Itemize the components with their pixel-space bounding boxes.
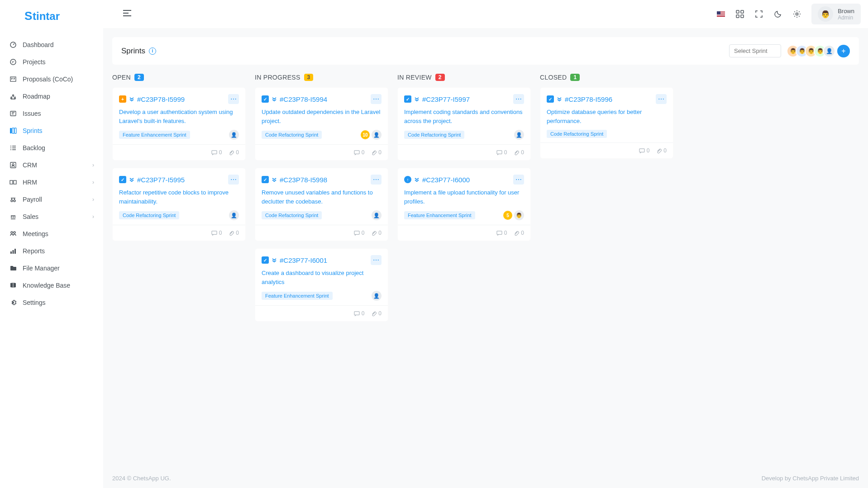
- avatar-empty[interactable]: 👤: [823, 45, 835, 57]
- sidebar-item-label: File Manager: [23, 265, 60, 272]
- issue-card[interactable]: ✓#C23P77-I6001⋯Create a dashboard to vis…: [255, 248, 388, 322]
- attachments-count[interactable]: 0: [513, 149, 524, 156]
- add-member-button[interactable]: +: [837, 45, 850, 57]
- attachments-count[interactable]: 0: [513, 230, 524, 236]
- comments-count[interactable]: 0: [354, 149, 365, 156]
- issue-card[interactable]: ✓#C23P77-I5995⋯Refactor repetitive code …: [112, 168, 246, 241]
- sidebar-item-payroll[interactable]: Payroll›: [0, 191, 103, 208]
- comments-count[interactable]: 0: [354, 230, 365, 236]
- sales-icon: [9, 213, 17, 221]
- assignee-avatar[interactable]: 👨: [514, 210, 524, 220]
- attachments-count[interactable]: 0: [656, 147, 667, 154]
- attachments-count[interactable]: 0: [371, 149, 382, 156]
- sidebar-item-label: Settings: [23, 299, 46, 306]
- sidebar-item-crm[interactable]: CRM›: [0, 156, 103, 174]
- sidebar-item-filemanager[interactable]: File Manager: [0, 260, 103, 277]
- comments-count[interactable]: 0: [354, 310, 365, 317]
- assignee-avatar[interactable]: 👤: [372, 291, 382, 301]
- sidebar-item-roadmap[interactable]: Roadmap: [0, 88, 103, 105]
- avatar: 👨: [818, 6, 833, 22]
- sidebar-item-sales[interactable]: Sales›: [0, 208, 103, 225]
- comments-count[interactable]: 0: [639, 147, 650, 154]
- footer-left: 2024 © ChetsApp UG.: [112, 475, 171, 482]
- issue-card[interactable]: ✓#C23P78-I5994⋯Update outdated dependenc…: [255, 87, 388, 161]
- svg-rect-24: [736, 10, 739, 13]
- sidebar-item-label: Payroll: [23, 196, 42, 203]
- issue-card[interactable]: +#C23P78-I5999⋯Develop a user authentica…: [112, 87, 246, 161]
- theme-toggle-icon[interactable]: [773, 9, 782, 19]
- card-more-button[interactable]: ⋯: [371, 255, 382, 265]
- issue-card[interactable]: ✓#C23P77-I5997⋯Implement coding standard…: [397, 87, 531, 161]
- fullscreen-icon[interactable]: [754, 9, 763, 19]
- assignee-avatar[interactable]: 👤: [372, 210, 382, 220]
- column-in-progress: IN PROGRESS3✓#C23P78-I5994⋯Update outdat…: [255, 74, 388, 460]
- comments-count[interactable]: 0: [496, 230, 507, 236]
- sidebar-item-settings[interactable]: Settings: [0, 294, 103, 311]
- sidebar-item-knowledgebase[interactable]: Knowledge Base: [0, 277, 103, 294]
- sidebar-item-proposalscoco[interactable]: Proposals (CoCo): [0, 71, 103, 88]
- attachments-count[interactable]: 0: [228, 149, 239, 156]
- sprint-tag[interactable]: Feature Enhancement Sprint: [262, 292, 333, 300]
- comments-count[interactable]: 0: [211, 149, 222, 156]
- column-header: CLOSED1: [540, 74, 673, 81]
- menu-toggle-icon[interactable]: [123, 10, 134, 18]
- attachments-count[interactable]: 0: [371, 310, 382, 317]
- sidebar-item-label: Dashboard: [23, 41, 54, 48]
- type-task-icon: ✓: [404, 95, 411, 103]
- card-more-button[interactable]: ⋯: [656, 94, 667, 104]
- sprint-tag[interactable]: Code Refactoring Sprint: [119, 211, 179, 219]
- reports-icon: [9, 247, 17, 255]
- sidebar-item-reports[interactable]: Reports: [0, 242, 103, 260]
- assignee-avatar[interactable]: 👤: [372, 130, 382, 140]
- settings-icon: [9, 298, 17, 307]
- footer-right: Develop by ChetsApp Private Limited: [762, 475, 859, 482]
- priority-icon: [557, 96, 562, 102]
- sprint-tag[interactable]: Code Refactoring Sprint: [262, 131, 322, 139]
- card-more-button[interactable]: ⋯: [371, 175, 382, 185]
- settings-icon[interactable]: [792, 9, 801, 19]
- sidebar-item-projects[interactable]: PProjects: [0, 53, 103, 71]
- attachments-count[interactable]: 0: [228, 230, 239, 236]
- logo[interactable]: Stintar: [0, 5, 103, 33]
- svg-text:P: P: [12, 60, 14, 64]
- sidebar-item-dashboard[interactable]: Dashboard: [0, 36, 103, 53]
- card-more-button[interactable]: ⋯: [228, 175, 239, 185]
- issue-card[interactable]: ✓#C23P78-I5996⋯Optimize database queries…: [540, 87, 673, 159]
- assignee-avatar[interactable]: 👤: [514, 130, 524, 140]
- sidebar-item-backlog[interactable]: Backlog: [0, 139, 103, 156]
- sidebar-item-sprints[interactable]: Sprints: [0, 122, 103, 139]
- story-points: 5: [503, 211, 512, 220]
- user-menu[interactable]: 👨 Brown Admin: [811, 4, 861, 24]
- card-more-button[interactable]: ⋯: [228, 94, 239, 104]
- sprint-tag[interactable]: Feature Enhancement Sprint: [404, 211, 475, 219]
- assignee-avatar[interactable]: 👤: [229, 130, 239, 140]
- sidebar-item-meetings[interactable]: Meetings: [0, 225, 103, 242]
- issue-card[interactable]: ✓#C23P78-I5998⋯Remove unused variables a…: [255, 168, 388, 241]
- column-count-badge: 3: [304, 74, 314, 81]
- sprint-tag[interactable]: Code Refactoring Sprint: [547, 130, 607, 138]
- assignee-avatar[interactable]: 👤: [229, 210, 239, 220]
- apps-icon[interactable]: [735, 9, 744, 19]
- svg-rect-35: [497, 231, 502, 234]
- sprint-tag[interactable]: Code Refactoring Sprint: [262, 211, 322, 219]
- sidebar-item-issues[interactable]: Issues: [0, 105, 103, 122]
- comments-count[interactable]: 0: [211, 230, 222, 236]
- svg-rect-25: [741, 10, 744, 13]
- sprint-tag[interactable]: Feature Enhancement Sprint: [119, 131, 190, 139]
- comments-count[interactable]: 0: [496, 149, 507, 156]
- column-title: OPEN: [112, 74, 131, 81]
- issue-card[interactable]: ↑#C23P77-I6000⋯Implement a file upload f…: [397, 168, 531, 241]
- card-more-button[interactable]: ⋯: [513, 94, 524, 104]
- sprint-tag[interactable]: Code Refactoring Sprint: [404, 131, 464, 139]
- select-sprint-input[interactable]: [729, 44, 781, 57]
- card-more-button[interactable]: ⋯: [371, 94, 382, 104]
- nav: DashboardPProjectsProposals (CoCo)Roadma…: [0, 33, 103, 311]
- column-count-badge: 2: [435, 74, 445, 81]
- info-icon[interactable]: i: [149, 47, 156, 55]
- language-flag[interactable]: [716, 9, 725, 19]
- sidebar-item-hrm[interactable]: HRM›: [0, 174, 103, 191]
- attachments-count[interactable]: 0: [371, 230, 382, 236]
- card-more-button[interactable]: ⋯: [513, 175, 524, 185]
- kb-icon: [9, 281, 17, 289]
- column-title: IN PROGRESS: [255, 74, 300, 81]
